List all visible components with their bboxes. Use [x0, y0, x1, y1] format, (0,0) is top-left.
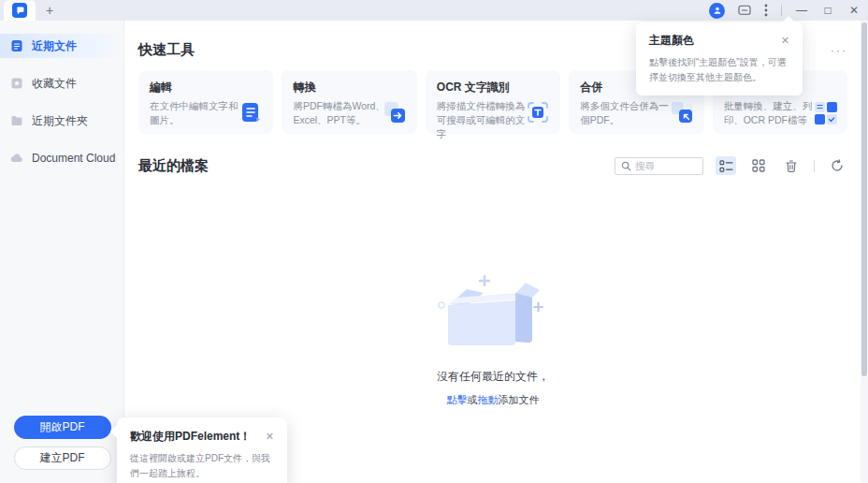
card-desc: 批量轉換、建立、列印、OCR PDF檔等 — [724, 99, 821, 127]
recent-files-title: 最近的檔案 — [138, 157, 209, 175]
card-title: 編輯 — [150, 80, 262, 95]
toolbar-divider — [814, 160, 815, 172]
vertical-scrollbar[interactable] — [861, 21, 868, 483]
sidebar-item-document-cloud[interactable]: Document Cloud — [0, 146, 123, 170]
convert-arrow-icon — [382, 99, 408, 125]
sidebar-item-recent-files[interactable]: 近期文件 — [0, 34, 123, 58]
welcome-body: 從這裡開啟或建立PDF文件，與我們一起踏上旅程。 — [130, 451, 274, 480]
favorites-icon — [10, 77, 23, 90]
scrollbar-thumb[interactable] — [861, 22, 867, 376]
tooltip-close-icon[interactable]: ✕ — [781, 35, 789, 47]
sidebar-item-label: 收藏文件 — [32, 76, 77, 92]
sidebar-item-label: 近期文件 — [32, 38, 77, 54]
empty-state-message: 沒有任何最近的文件， — [125, 369, 861, 385]
more-tools-button[interactable]: ··· — [831, 45, 847, 56]
welcome-popup: 歡迎使用PDFelement！ ✕ 從這裡開啟或建立PDF文件，與我們一起踏上旅… — [117, 417, 287, 483]
empty-hint-suffix: 添加文件 — [499, 394, 540, 405]
new-tab-button[interactable]: + — [36, 0, 64, 21]
search-input[interactable] — [635, 160, 691, 171]
feedback-icon[interactable] — [738, 5, 751, 16]
sidebar-bottom-actions: 開啟PDF 建立PDF — [0, 416, 124, 470]
sidebar: 近期文件 收藏文件 近期文件夾 Document Cloud 開啟PDF 建立P… — [0, 21, 124, 483]
sidebar-item-recent-folders[interactable]: 近期文件夾 — [0, 109, 123, 133]
drag-to-add-link[interactable]: 拖動 — [478, 394, 499, 405]
minimize-button[interactable]: — — [795, 4, 808, 17]
folder-icon — [10, 114, 23, 127]
batch-grid-icon — [812, 99, 838, 125]
titlebar: + — □ ✕ — [0, 0, 868, 21]
empty-state-hint: 點擊或拖動添加文件 — [125, 393, 861, 407]
sidebar-item-favorites[interactable]: 收藏文件 — [0, 71, 123, 95]
edit-document-icon — [238, 99, 264, 125]
sidebar-item-label: Document Cloud — [32, 152, 115, 165]
welcome-title: 歡迎使用PDFelement！ — [130, 429, 251, 445]
card-title: 轉換 — [293, 80, 405, 95]
card-convert[interactable]: 轉換 將PDF轉檔為Word、Excel、PPT等。 — [282, 70, 416, 134]
grid-view-icon — [752, 159, 765, 172]
empty-state: 沒有任何最近的文件， 點擊或拖動添加文件 — [125, 273, 861, 407]
card-edit[interactable]: 編輯 在文件中編輯文字和圖片。 — [138, 70, 273, 134]
delete-button[interactable] — [781, 156, 802, 175]
empty-hint-or: 或 — [468, 394, 478, 405]
refresh-icon — [831, 159, 844, 172]
list-view-icon — [719, 160, 733, 172]
pdfelement-logo-icon — [12, 3, 27, 18]
titlebar-divider — [781, 5, 782, 16]
card-ocr[interactable]: OCR 文字識別 將掃描文件檔轉換為可搜尋或可編輯的文字 — [426, 70, 560, 134]
create-pdf-button[interactable]: 建立PDF — [14, 446, 111, 470]
pdfelement-window: + — □ ✕ 近期文件 — [0, 0, 868, 483]
click-to-add-link[interactable]: 點擊 — [447, 394, 468, 405]
empty-box-illustration — [437, 273, 549, 350]
card-desc: 將多個文件合併為一個PDF。 — [580, 99, 677, 127]
card-title: OCR 文字識別 — [437, 80, 549, 95]
card-desc: 將PDF轉檔為Word、Excel、PPT等。 — [293, 99, 390, 127]
tooltip-title: 主題顏色 — [649, 33, 694, 49]
maximize-button[interactable]: □ — [821, 4, 834, 17]
merge-icon — [669, 99, 695, 125]
card-desc: 在文件中編輯文字和圖片。 — [150, 99, 247, 127]
account-avatar[interactable] — [709, 3, 725, 19]
open-pdf-button[interactable]: 開啟PDF — [14, 416, 111, 439]
recent-files-toolbar — [615, 156, 847, 175]
recent-document-icon — [10, 39, 23, 52]
list-view-button[interactable] — [716, 156, 736, 175]
tooltip-body: 點擊後找到“主題顏色”設置，可選擇並切換至其他主題顏色。 — [649, 55, 789, 84]
cloud-icon — [10, 152, 23, 165]
search-box[interactable] — [615, 157, 703, 175]
welcome-close-icon[interactable]: ✕ — [266, 431, 274, 443]
close-button[interactable]: ✕ — [847, 4, 861, 17]
card-desc: 將掃描文件檔轉換為可搜尋或可編輯的文字 — [437, 99, 530, 142]
grid-view-button[interactable] — [748, 156, 769, 175]
kebab-menu-icon[interactable] — [764, 4, 768, 17]
ocr-scan-icon — [525, 99, 551, 125]
trash-icon — [785, 159, 798, 172]
search-icon — [621, 161, 631, 171]
app-tab[interactable] — [4, 0, 36, 21]
quick-tools-title: 快速工具 — [138, 41, 195, 59]
refresh-button[interactable] — [827, 156, 847, 175]
sidebar-item-label: 近期文件夾 — [32, 113, 88, 129]
theme-color-tooltip: 主題顏色 ✕ 點擊後找到“主題顏色”設置，可選擇並切換至其他主題顏色。 — [636, 22, 803, 95]
